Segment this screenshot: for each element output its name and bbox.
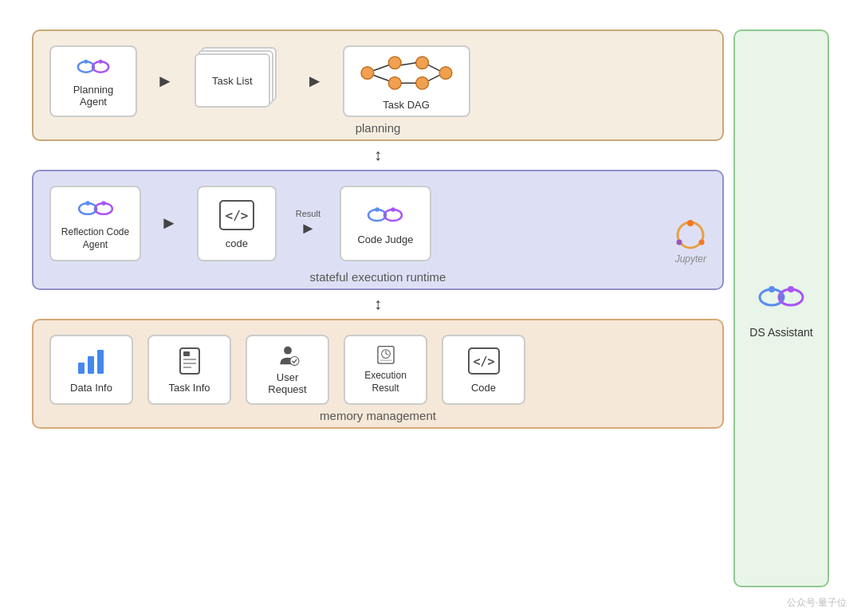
task-info-label: Task Info <box>168 382 210 394</box>
task-info-box: Task Info <box>147 335 231 405</box>
svg-rect-35 <box>97 350 104 374</box>
svg-point-28 <box>383 213 387 216</box>
svg-point-3 <box>99 59 103 63</box>
execution-result-label: Execution Result <box>355 370 416 394</box>
planning-to-stateful-connector: ↕ <box>32 147 724 163</box>
planning-panel: Planning Agent ► Task List ► <box>32 29 724 141</box>
svg-point-7 <box>388 77 401 89</box>
result-arrow: Result ► <box>296 209 320 237</box>
jupyter-area: Jupyter <box>675 218 706 265</box>
data-info-label: Data Info <box>70 382 112 394</box>
code-judge-icon <box>367 202 403 229</box>
planning-section-label: planning <box>356 121 401 135</box>
svg-line-12 <box>373 75 388 80</box>
svg-line-13 <box>401 62 416 65</box>
svg-point-9 <box>415 77 428 89</box>
svg-point-31 <box>699 239 705 245</box>
svg-point-27 <box>391 207 396 212</box>
memory-code-box: </> Code <box>442 335 525 405</box>
svg-line-11 <box>373 65 388 70</box>
task-list-card-1: Task List <box>195 53 270 108</box>
code-judge-box: Code Judge <box>340 186 431 261</box>
memory-code-icon: </> <box>466 345 502 377</box>
stateful-to-memory-connector: ↕ <box>32 296 724 312</box>
dag-svg <box>355 52 458 94</box>
execution-result-box: Execution Result <box>344 335 427 405</box>
svg-point-52 <box>769 286 775 292</box>
svg-rect-36 <box>180 348 199 374</box>
task-dag-label: Task DAG <box>383 99 430 111</box>
svg-line-46 <box>386 354 388 355</box>
data-info-box: Data Info <box>49 335 133 405</box>
user-request-icon <box>270 344 305 367</box>
memory-section-label: memory management <box>320 409 436 422</box>
tasklist-to-dag-arrow: ► <box>306 71 324 92</box>
svg-point-2 <box>84 59 88 63</box>
svg-point-21 <box>93 206 96 210</box>
task-dag-box: Task DAG <box>343 45 470 117</box>
planning-to-tasklist-arrow: ► <box>156 71 174 92</box>
memory-panel: Data Info Task Info <box>32 319 724 429</box>
ds-assistant-label: DS Assistant <box>749 326 812 339</box>
stateful-panel: Reflection Code Agent ► </> code Result … <box>32 170 724 290</box>
svg-point-10 <box>439 66 452 79</box>
svg-point-32 <box>677 239 682 245</box>
result-label: Result <box>296 209 320 218</box>
watermark: 公众号·量子位 <box>787 596 847 610</box>
code-judge-label: Code Judge <box>357 233 413 245</box>
svg-rect-43 <box>377 346 393 363</box>
svg-text:</>: </> <box>473 355 494 369</box>
svg-rect-33 <box>78 363 85 374</box>
user-request-label: User Request <box>257 371 318 395</box>
task-info-icon <box>174 345 206 377</box>
svg-text:</>: </> <box>225 208 248 223</box>
svg-point-26 <box>375 207 380 212</box>
user-request-box: User Request <box>246 335 329 405</box>
svg-line-16 <box>428 75 439 80</box>
task-list-stack: Task List <box>193 47 281 115</box>
svg-rect-37 <box>183 351 190 356</box>
reflection-code-agent-box: Reflection Code Agent <box>49 186 141 261</box>
svg-point-54 <box>779 294 784 300</box>
planning-agent-label: Planning Agent <box>61 84 126 108</box>
code-label: code <box>226 237 248 249</box>
reflection-to-code-arrow: ► <box>160 213 178 233</box>
svg-point-53 <box>788 286 794 292</box>
svg-point-6 <box>388 56 401 69</box>
code-box: </> code <box>197 186 277 261</box>
task-list-label: Task List <box>212 75 253 87</box>
svg-point-19 <box>85 201 90 206</box>
planning-agent-box: Planning Agent <box>49 45 137 117</box>
planning-agent-icon <box>73 55 113 79</box>
stateful-section-label: stateful execution runtime <box>310 270 446 284</box>
svg-line-15 <box>428 65 439 70</box>
jupyter-label: Jupyter <box>675 253 706 265</box>
svg-point-41 <box>284 346 292 354</box>
svg-point-42 <box>289 356 298 365</box>
data-info-icon <box>73 345 110 377</box>
svg-point-30 <box>687 220 694 226</box>
reflection-code-agent-label: Reflection Code Agent <box>61 226 130 251</box>
execution-result-icon <box>369 344 403 366</box>
svg-point-5 <box>361 66 374 79</box>
ds-assistant-icon <box>757 278 805 316</box>
ds-assistant-panel: DS Assistant <box>733 29 829 587</box>
memory-code-label: Code <box>471 382 496 394</box>
svg-point-4 <box>92 65 95 68</box>
reflection-agent-icon <box>77 195 114 222</box>
svg-point-20 <box>101 201 106 206</box>
svg-rect-34 <box>88 356 94 374</box>
svg-point-8 <box>415 56 428 69</box>
jupyter-logo <box>675 218 706 252</box>
code-icon: </> <box>217 198 257 233</box>
